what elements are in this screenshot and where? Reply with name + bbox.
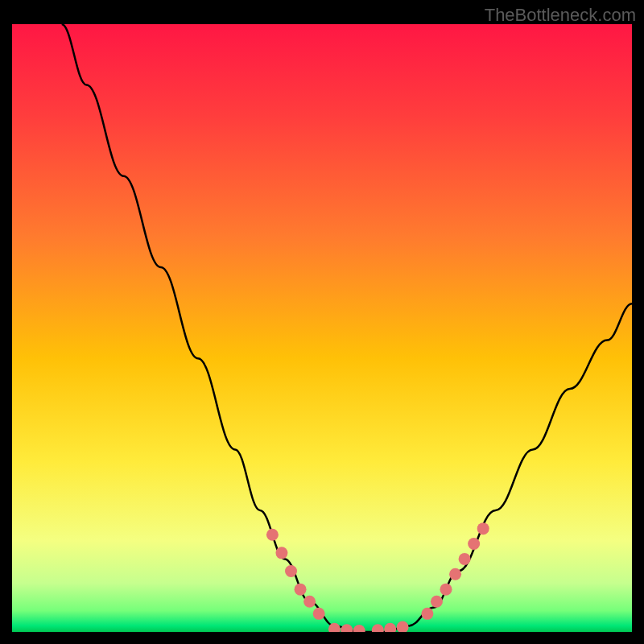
data-point bbox=[266, 529, 279, 541]
data-point bbox=[285, 565, 297, 577]
data-point bbox=[459, 553, 471, 565]
data-point bbox=[468, 538, 480, 550]
gradient-background bbox=[12, 24, 632, 632]
data-point bbox=[313, 608, 325, 620]
data-point bbox=[303, 596, 316, 608]
chart-container bbox=[12, 24, 632, 632]
data-point bbox=[440, 584, 452, 596]
data-point bbox=[431, 596, 443, 608]
data-point bbox=[477, 522, 489, 535]
data-point bbox=[275, 547, 287, 559]
data-point bbox=[421, 608, 433, 620]
bottleneck-curve-chart bbox=[12, 24, 632, 632]
watermark-text: TheBottleneck.com bbox=[485, 5, 636, 26]
data-point bbox=[295, 584, 307, 596]
data-point bbox=[449, 568, 461, 580]
